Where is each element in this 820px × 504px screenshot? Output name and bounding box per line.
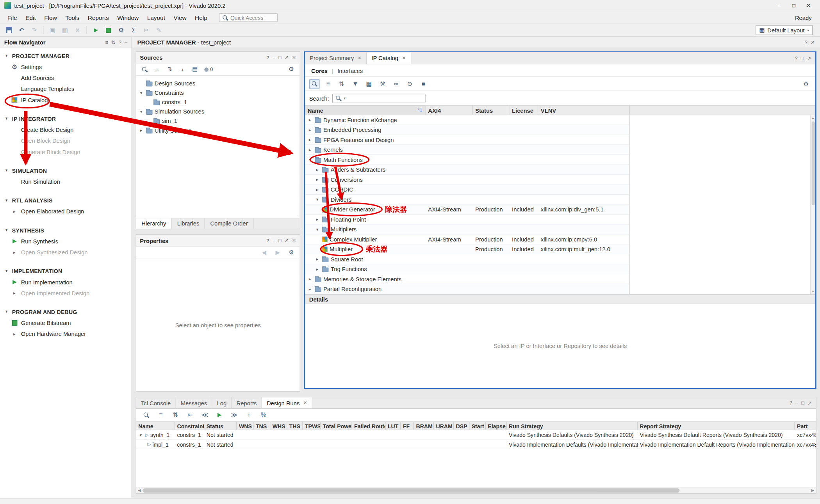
column-header-license[interactable]: License: [509, 106, 538, 115]
column-header-total-power[interactable]: Total Power: [321, 422, 352, 430]
help-icon[interactable]: ?: [790, 400, 792, 406]
ip-category-partial-reconfiguration[interactable]: ▸Partial Reconfiguration: [305, 284, 629, 294]
flow-nav-section-header[interactable]: ▾SIMULATION: [0, 165, 132, 176]
add-button[interactable]: +: [177, 65, 188, 74]
horizontal-scrollbar[interactable]: ◀ ▶: [136, 487, 816, 493]
run-button[interactable]: [90, 25, 102, 35]
flow-nav-item-run-synthesis[interactable]: Run Synthesis: [0, 236, 132, 247]
column-header-status[interactable]: Status: [204, 422, 237, 430]
flow-nav-item-add-sources[interactable]: Add Sources: [0, 72, 132, 83]
sources-tab-libraries[interactable]: Libraries: [172, 218, 205, 229]
float-icon[interactable]: ↗: [808, 400, 812, 406]
percent-button[interactable]: %: [258, 410, 269, 420]
source-tree-item-constrs-1[interactable]: constrs_1: [136, 98, 300, 107]
ip-category-trig-functions[interactable]: ▸Trig Functions: [305, 264, 629, 274]
source-tree-item-sim-1[interactable]: sim_1: [136, 116, 300, 126]
column-header-axi4[interactable]: AXI4: [426, 106, 473, 115]
column-header-name[interactable]: Name: [136, 422, 175, 430]
column-header-name[interactable]: Name^1: [305, 106, 426, 115]
chevron-down-icon[interactable]: ▾: [314, 227, 320, 232]
flow-nav-section-header[interactable]: ▾IP INTEGRATOR: [0, 113, 132, 124]
cut-button[interactable]: ✂: [141, 25, 152, 35]
ip-category-dividers[interactable]: ▾Dividers: [305, 195, 629, 204]
chevron-down-icon[interactable]: ▾: [314, 197, 320, 202]
scrollbar-thumb[interactable]: [811, 121, 815, 205]
chevron-right-icon[interactable]: ▸: [307, 147, 313, 152]
close-icon[interactable]: ✕: [292, 55, 296, 60]
flow-nav-section-header[interactable]: ▾PROJECT MANAGER: [0, 50, 132, 61]
bottom-tab-messages[interactable]: Messages: [176, 398, 212, 408]
scroll-right-icon[interactable]: ▶: [809, 488, 816, 492]
close-icon[interactable]: ✕: [292, 238, 296, 243]
column-header-failed-routes[interactable]: Failed Routes: [352, 422, 386, 430]
report-button[interactable]: Σ: [128, 25, 139, 35]
expand-all-button[interactable]: ⇅: [336, 79, 347, 89]
chevron-right-icon[interactable]: ▸: [314, 177, 320, 182]
column-header-whs[interactable]: WHS: [270, 422, 287, 430]
float-icon[interactable]: ↗: [285, 55, 289, 60]
maximize-icon[interactable]: □: [278, 238, 282, 243]
column-header-run-strategy[interactable]: Run Strategy: [507, 422, 638, 430]
minimize-icon[interactable]: –: [772, 3, 787, 9]
ip-category-cordic[interactable]: ▸CORDIC: [305, 185, 629, 195]
flow-nav-item-ip-catalog[interactable]: IP Catalog: [0, 94, 132, 105]
minimize-icon[interactable]: –: [795, 400, 798, 406]
program-device-button[interactable]: [103, 25, 114, 35]
ip-category-dynamic-function-exchange[interactable]: ▸Dynamic Function eXchange: [305, 115, 629, 125]
edit-button[interactable]: ✎: [153, 25, 165, 35]
flow-nav-section-header[interactable]: ▾SYNTHESIS: [0, 225, 132, 236]
ip-category-square-root[interactable]: ▸Square Root: [305, 254, 629, 264]
stop-button[interactable]: ■: [418, 79, 429, 89]
help-icon[interactable]: ?: [119, 39, 121, 45]
flow-nav-item-create-block-design[interactable]: Create Block Design: [0, 124, 132, 135]
column-header-ff[interactable]: FF: [401, 422, 414, 430]
flow-nav-item-run-simulation[interactable]: Run Simulation: [0, 176, 132, 187]
menu-flow[interactable]: Flow: [40, 13, 61, 22]
scroll-down-icon[interactable]: ▼: [811, 289, 815, 294]
column-header-tpws[interactable]: TPWS: [303, 422, 321, 430]
menu-layout[interactable]: Layout: [143, 13, 169, 22]
sources-tab-hierarchy[interactable]: Hierarchy: [136, 218, 172, 229]
column-header-dsp[interactable]: DSP: [454, 422, 469, 430]
sources-tab-compile-order[interactable]: Compile Order: [205, 218, 253, 229]
chevron-right-icon[interactable]: ▸: [138, 128, 144, 133]
wrench-button[interactable]: ⚒: [377, 79, 388, 89]
flow-nav-item-generate-block-design[interactable]: Generate Block Design: [0, 146, 132, 157]
column-header-start[interactable]: Start: [469, 422, 486, 430]
link-button[interactable]: ∞: [391, 79, 401, 89]
help-icon[interactable]: ?: [795, 55, 798, 61]
settings-gear-button[interactable]: ⚙: [286, 65, 297, 74]
delete-button[interactable]: ✕: [72, 25, 84, 35]
flow-nav-item-run-implementation[interactable]: Run Implementation: [0, 277, 132, 287]
column-header-status[interactable]: Status: [472, 106, 509, 115]
ip-category-embedded-processing[interactable]: ▸Embedded Processing: [305, 125, 629, 135]
flow-nav-item-open-elaborated-design[interactable]: ▸Open Elaborated Design: [0, 206, 132, 217]
menu-help[interactable]: Help: [191, 13, 211, 22]
expand-all-icon[interactable]: ⇅: [111, 39, 116, 45]
bottom-tab-reports[interactable]: Reports: [232, 398, 262, 408]
view-cores[interactable]: Cores: [311, 67, 328, 73]
ip-category-floating-point[interactable]: ▸Floating Point: [305, 215, 629, 224]
ip-category-conversions[interactable]: ▸Conversions: [305, 175, 629, 185]
close-icon[interactable]: ✕: [801, 3, 816, 9]
view-interfaces[interactable]: Interfaces: [337, 67, 363, 73]
file-button[interactable]: ▤: [190, 65, 200, 74]
chevron-right-icon[interactable]: ▸: [307, 117, 313, 122]
ip-category-multipliers[interactable]: ▾Multipliers: [305, 225, 629, 234]
skip-to-start-button[interactable]: ⇤: [184, 410, 196, 420]
copy-button[interactable]: ▣: [46, 25, 58, 35]
fast-forward-button[interactable]: ≫: [228, 410, 240, 420]
column-header-report-strategy[interactable]: Report Strategy: [638, 422, 795, 430]
flow-nav-section-header[interactable]: ▾RTL ANALYSIS: [0, 195, 132, 206]
design-run-row-synth-1[interactable]: ▾▷synth_1constrs_1Not startedVivado Synt…: [136, 430, 816, 440]
paste-button[interactable]: ▥: [59, 25, 71, 35]
minimize-icon[interactable]: –: [273, 55, 275, 60]
add-button[interactable]: +: [243, 410, 255, 420]
back-button[interactable]: ◀: [259, 248, 269, 257]
save-button[interactable]: [3, 25, 15, 35]
flow-nav-item-open-implemented-design[interactable]: ▸Open Implemented Design: [0, 287, 132, 298]
expand-all-button[interactable]: ⇅: [170, 410, 182, 420]
ip-category-memories-storage-elements[interactable]: ▸Memories & Storage Elements: [305, 274, 629, 284]
column-header-wns[interactable]: WNS: [237, 422, 254, 430]
help-icon[interactable]: ?: [805, 39, 808, 45]
